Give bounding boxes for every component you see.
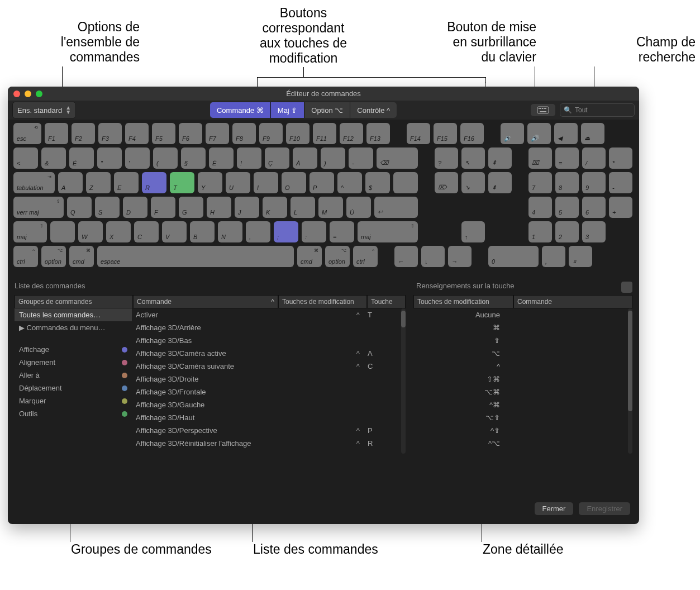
command-group-item[interactable]: Déplacement [15,382,132,394]
command-row[interactable]: Activer^T [132,308,401,321]
detail-mod-row[interactable]: ^ [413,360,506,373]
keyboard-key[interactable]: R [142,172,166,193]
command-group-item[interactable]: Aller à [15,369,132,382]
keyboard-key[interactable]: H [207,197,231,218]
detail-mod-row[interactable]: ^⌘ [413,398,506,411]
keyboard-key[interactable]: 0 [488,246,539,267]
keyboard-key[interactable]: § [181,148,206,169]
keyboard-key[interactable]: F2 [72,123,95,144]
keyboard-key[interactable]: cmd⌘ [69,246,94,267]
keyboard-key[interactable]: tabulation⇥ [13,172,55,193]
command-row[interactable]: Affichage 3D/Frontale [132,386,401,398]
keyboard-key[interactable]: ? [435,148,458,169]
keyboard-key[interactable]: + [609,197,632,218]
keyboard-key[interactable]: A [58,172,83,193]
keyboard-key[interactable]: maj⇧ [358,221,418,242]
keyboard-key[interactable]: F10 [286,123,309,144]
keyboard-key[interactable]: 1 [528,221,552,242]
keyboard-key[interactable]: J [235,197,259,218]
detail-mod-row[interactable]: ⌥ [413,347,506,360]
keyboard-key[interactable]: W [78,221,103,242]
keyboard-key[interactable]: F [151,197,175,218]
keyboard-key[interactable]: O [282,172,306,193]
keyboard-key[interactable]: ⏏ [581,123,604,144]
keyboard-key[interactable]: C [134,221,159,242]
keyboard-key[interactable]: ↓ [421,246,445,267]
command-group-item[interactable]: Affichage [15,343,132,356]
keyboard-key[interactable]: ^ [337,172,362,193]
keyboard-key[interactable] [393,172,418,193]
keyboard-key[interactable]: = [330,221,354,242]
keyboard-key[interactable]: 3 [582,221,606,242]
keyboard-key[interactable]: F8 [232,123,256,144]
keyboard-key[interactable]: V [162,221,187,242]
keyboard-key[interactable]: → [448,246,472,267]
scrollbar[interactable] [401,308,406,454]
modifier-header[interactable]: Touches de modification [278,295,367,308]
command-group-item[interactable]: Marquer [15,394,132,407]
keyboard-key[interactable]: F9 [259,123,283,144]
keyboard-key[interactable]: 2 [555,221,579,242]
keyboard-key[interactable]: ! [237,148,261,169]
keyboard-key[interactable]: option⌥ [41,246,66,267]
detail-mod-row[interactable]: ⌘ [413,321,506,334]
keyboard-key[interactable]: E [114,172,139,193]
keyboard-key[interactable]: 4 [528,197,552,218]
modifier-button[interactable]: Maj ⇧ [271,102,305,118]
keyboard-key[interactable]: cmd⌘ [297,246,322,267]
keyboard-key[interactable]: : [302,221,326,242]
command-row[interactable]: Affichage 3D/Caméra suivante^C [132,360,401,373]
keyboard-key[interactable]: I [254,172,278,193]
command-row[interactable]: Affichage 3D/Perspective^P [132,424,401,437]
keyboard-key[interactable]: F11 [313,123,336,144]
keyboard-key[interactable]: ' [125,148,150,169]
keyboard-key[interactable]: K [263,197,287,218]
keyboard-key[interactable]: ↑ [461,221,485,242]
keyboard-highlight-button[interactable] [531,104,555,116]
keyboard-key[interactable]: F6 [179,123,202,144]
command-set-popup[interactable]: Ens. standard ▲▼ [12,102,76,118]
keyboard-key[interactable]: G [179,197,203,218]
keyboard-key[interactable]: D [123,197,147,218]
command-group-item[interactable]: Outils [15,407,132,420]
keyboard-key[interactable]: maj⇧ [13,221,47,242]
keyboard-key[interactable]: F14 [407,123,430,144]
keyboard-key[interactable]: 🔉 [501,123,524,144]
keyboard-key[interactable]: F4 [125,123,149,144]
keyboard-key[interactable]: 🔊 [527,123,551,144]
keyboard-key[interactable]: 5 [555,197,579,218]
keyboard-key[interactable]: ; [274,221,298,242]
keyboard-key[interactable]: X [106,221,131,242]
detail-mod-row[interactable]: Aucune [413,308,506,321]
command-row[interactable]: Affichage 3D/Arrière [132,321,401,334]
command-header[interactable]: Commande^ [133,295,278,308]
keyboard-key[interactable]: = [555,148,579,169]
detail-mod-header[interactable]: Touches de modification [413,295,513,308]
keyboard-key[interactable]: F12 [340,123,363,144]
keyboard-key[interactable]: ) [321,148,345,169]
keyboard-key[interactable]: P [309,172,334,193]
keyboard-key[interactable]: M [318,197,343,218]
save-button[interactable]: Enregistrer [579,502,630,515]
keyboard-key[interactable]: F5 [152,123,175,144]
keyboard-key[interactable]: < [13,148,38,169]
detail-cmd-header[interactable]: Commande [513,295,632,308]
keyboard-key[interactable]: 9 [582,172,606,193]
keyboard-key[interactable]: U [226,172,250,193]
keyboard-key[interactable]: ⌅ [569,246,592,267]
keyboard-key[interactable]: L [291,197,315,218]
keyboard-key[interactable]: " [97,148,122,169]
keyboard-key[interactable] [50,221,75,242]
keyboard-key[interactable]: / [582,148,606,169]
keyboard-key[interactable]: F15 [434,123,457,144]
keyboard-key[interactable]: T [170,172,194,193]
detail-mod-row[interactable]: ⌥⇧ [413,411,506,424]
keyboard-key[interactable]: F13 [366,123,390,144]
keyboard-key[interactable]: F1 [45,123,68,144]
keyboard-key[interactable]: F3 [98,123,122,144]
groups-header[interactable]: Groupes de commandes [15,295,133,308]
keyboard-key[interactable]: $ [365,172,390,193]
keyboard-key[interactable]: 6 [582,197,606,218]
keyboard-key[interactable]: S [95,197,120,218]
close-button[interactable]: Fermer [535,502,574,515]
